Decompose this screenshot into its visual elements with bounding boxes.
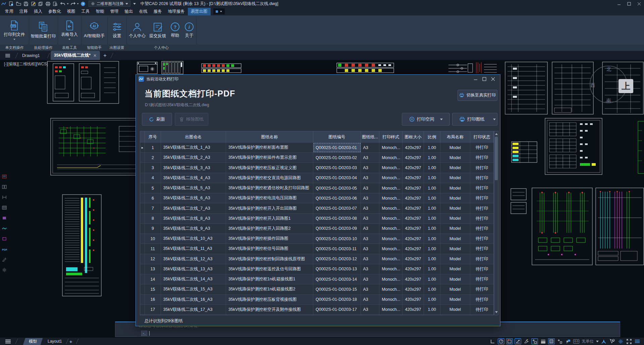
table-cell[interactable]: 35kV线路保护测控柜开入开出回路图 (226, 203, 313, 213)
table-cell[interactable]: 4 (145, 173, 161, 183)
switch-to-real-print-button[interactable]: 切换至真实打印 (458, 90, 497, 101)
table-cell[interactable]: 420x297 (402, 295, 424, 304)
compass-west-label[interactable]: 西 (590, 82, 595, 88)
row-selector[interactable] (140, 173, 145, 183)
table-cell[interactable]: 1.00 (424, 183, 440, 193)
scrollbar-thumb[interactable] (495, 137, 498, 180)
table-cell[interactable]: 420x297 (402, 173, 424, 183)
row-selector[interactable]: ▸ (140, 143, 145, 152)
column-header-6[interactable]: 图框大小 (402, 131, 424, 143)
table-cell[interactable]: Q0002S-01-D0203-05 (313, 183, 361, 193)
table-cell[interactable]: Q0002S-01-D0203-06 (313, 193, 361, 203)
table-cell[interactable]: Q0002S-01-D0203-17 (313, 305, 361, 315)
print-sheet-button[interactable]: 打印图纸 (452, 113, 492, 126)
table-cell[interactable]: 待打印 (470, 203, 494, 213)
table-cell[interactable]: 待打印 (470, 305, 494, 315)
row-selector[interactable] (140, 153, 145, 162)
drawing-canvas[interactable]: [-][俯视][二维线框][WCS] PDF (0, 60, 644, 338)
table-cell[interactable]: A3 (361, 254, 380, 264)
table-cell[interactable]: 35kV联络线二次线_13_A3 (161, 264, 226, 274)
table-cell[interactable]: 待打印 (470, 274, 494, 284)
table-cell[interactable]: 待打印 (470, 254, 494, 264)
table-cell[interactable]: 35kV线路保护测控柜开入回路图2 (226, 224, 313, 233)
table-cell[interactable]: 35kV线路保护测控柜插件布置示意图 (226, 153, 313, 162)
table-cell[interactable]: Monoch... (379, 274, 402, 284)
table-row[interactable]: ▸135kV联络线二次线_1_A335kV线路保护测控柜柜面布置图Q0002S-… (140, 143, 494, 153)
table-row[interactable]: 235kV联络线二次线_2_A335kV线路保护测控柜插件布置示意图Q0002S… (140, 153, 494, 163)
angle-snap-icon[interactable] (515, 338, 521, 344)
table-row[interactable]: 635kV联络线二次线_6_A335kV线路保护测控柜电流电压回路图Q0002S… (140, 193, 494, 203)
table-cell[interactable]: A3 (361, 203, 380, 213)
table-cell[interactable]: A3 (361, 173, 380, 183)
table-cell[interactable]: 420x297 (402, 193, 424, 203)
table-cell[interactable]: 2 (145, 153, 161, 162)
view-compass[interactable]: 北 西 南 上 (590, 66, 629, 105)
row-selector[interactable] (140, 274, 145, 284)
table-cell[interactable]: 待打印 (470, 163, 494, 172)
table-cell[interactable]: 35kV联络线二次线_4_A3 (161, 173, 226, 183)
table-cell[interactable]: 35kV联络线二次线_16_A3 (161, 295, 226, 304)
menu-tab-智能[interactable]: 智能 (93, 8, 107, 15)
object-snap-icon[interactable] (506, 338, 513, 344)
table-cell[interactable]: 35kV线路保护测控柜电流电压回路图 (226, 193, 313, 203)
table-cell[interactable]: A3 (361, 224, 380, 233)
table-cell[interactable]: Q0002S-01-D0203-09 (313, 224, 361, 233)
table-cell[interactable]: A3 (361, 163, 380, 172)
table-cell[interactable]: 17 (145, 305, 161, 315)
table-cell[interactable]: Q0002S-01-D0203-04 (313, 173, 361, 183)
table-cell[interactable]: 1.00 (424, 264, 440, 274)
table-cell[interactable]: Monoch... (379, 183, 402, 193)
table-cell[interactable]: Monoch... (379, 203, 402, 213)
table-cell[interactable]: 420x297 (402, 274, 424, 284)
table-cell[interactable]: Monoch... (379, 305, 402, 315)
table-cell[interactable]: 420x297 (402, 143, 424, 152)
table-cell[interactable]: 15 (145, 284, 161, 294)
table-cell[interactable]: 35kV线路保护测控柜柜面布置图 (226, 143, 313, 152)
table-cell[interactable]: Monoch... (379, 264, 402, 274)
table-cell[interactable]: Q0002S-01-D0203-10 (313, 234, 361, 244)
column-header-2[interactable]: 图纸名称 (226, 131, 313, 143)
table-cell[interactable]: 35kV线路保护测控柜开入回路图1 (226, 214, 313, 223)
row-selector[interactable] (140, 203, 145, 213)
menu-tab-管理[interactable]: 管理 (107, 8, 122, 15)
table-cell[interactable]: Q0002S-01-D0203-12 (313, 254, 361, 264)
menu-tab-地理服务[interactable]: 地理服务 (165, 8, 188, 15)
table-cell[interactable]: 35kV线路保护测控柜1n机箱接线图2 (226, 284, 313, 294)
table-cell[interactable]: 1.00 (424, 274, 440, 284)
menu-tab-插入[interactable]: 插入 (31, 8, 45, 15)
table-cell[interactable]: 待打印 (470, 284, 494, 294)
table-cell[interactable]: Model (440, 203, 471, 213)
menu-tab-视图[interactable]: 视图 (64, 8, 78, 15)
statusbar-menu-icon[interactable] (5, 338, 11, 344)
new-file-icon[interactable] (7, 0, 15, 7)
table-cell[interactable]: 35kV联络线二次线_9_A3 (161, 224, 226, 233)
table-cell[interactable]: Model (440, 143, 471, 152)
table-cell[interactable]: 1.00 (424, 143, 440, 152)
window-minimize-button[interactable] (614, 0, 624, 7)
row-selector[interactable] (140, 193, 145, 203)
table-cell[interactable]: 待打印 (470, 295, 494, 304)
column-header-0[interactable]: 序号 (145, 131, 161, 143)
table-cell[interactable]: 1.00 (424, 203, 440, 213)
undo-icon[interactable] (59, 0, 66, 7)
table-cell[interactable]: Monoch... (379, 153, 402, 162)
help-button[interactable]: ? 帮助 (168, 15, 182, 45)
table-cell[interactable]: A3 (361, 284, 380, 294)
table-cell[interactable]: A3 (361, 244, 380, 254)
table-row[interactable]: 1635kV联络线二次线_16_A335kV线路保护测控柜压板背视接线图Q000… (140, 295, 494, 305)
table-cell[interactable]: 420x297 (402, 264, 424, 274)
row-selector[interactable] (140, 284, 145, 294)
table-row[interactable]: 735kV联络线二次线_7_A335kV线路保护测控柜开入开出回路图Q0002S… (140, 203, 494, 213)
table-cell[interactable]: 35kV线路保护测控柜操作回路图 (226, 234, 313, 244)
table-cell[interactable]: 1.00 (424, 173, 440, 183)
open-folder-icon[interactable] (15, 0, 22, 7)
table-cell[interactable]: Q0002S-01-D0203-07 (313, 203, 361, 213)
about-button[interactable]: i 关于 (182, 15, 196, 45)
table-cell[interactable]: 16 (145, 295, 161, 304)
table-cell[interactable]: Model (440, 163, 471, 172)
table-row[interactable]: 1235kV联络线二次线_12_A335kV线路保护测控柜控制回路接线原理图Q0… (140, 254, 494, 264)
table-row[interactable]: 335kV联络线二次线_3_A335kV线路保护测控柜压板正视定义图Q0002S… (140, 163, 494, 173)
compass-south-label[interactable]: 南 (606, 98, 611, 104)
point-snap-icon[interactable] (556, 338, 563, 344)
batch-print-button[interactable]: 智能批量打印 (29, 15, 58, 45)
